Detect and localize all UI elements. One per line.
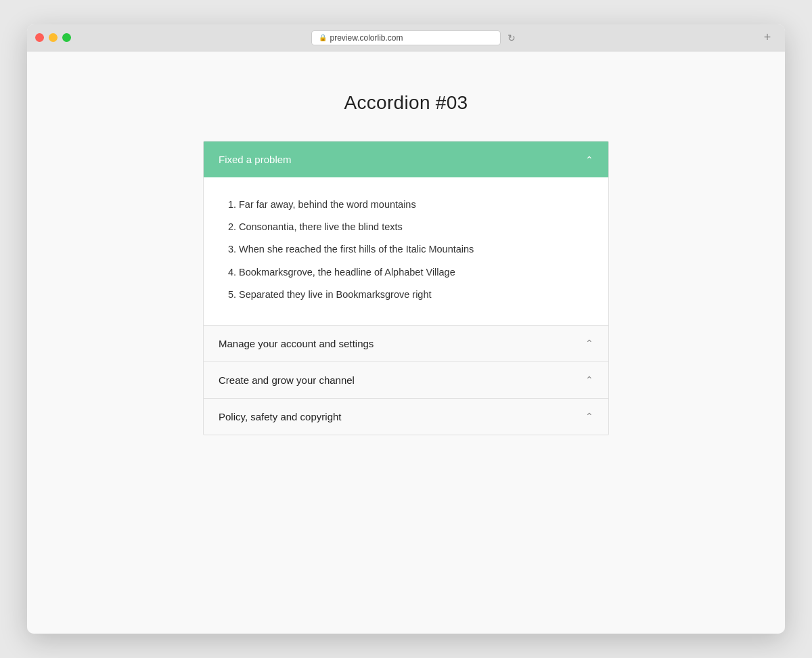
maximize-button[interactable] <box>62 33 71 42</box>
accordion-item-create-channel: Create and grow your channel ⌃ <box>204 362 608 399</box>
lock-icon: 🔒 <box>319 34 327 41</box>
accordion-header-fixed-problem[interactable]: Fixed a problem ⌃ <box>204 141 608 177</box>
page-container: Accordion #03 Fixed a problem ⌃ Far far … <box>203 92 609 593</box>
reload-button[interactable]: ↻ <box>505 31 518 45</box>
chevron-up-icon: ⌃ <box>585 154 593 165</box>
list-item: When she reached the first hills of the … <box>239 238 588 261</box>
chevron-up-icon: ⌃ <box>585 374 593 385</box>
page-title: Accordion #03 <box>203 92 609 114</box>
new-tab-button[interactable]: + <box>758 28 777 47</box>
accordion-label-create-channel: Create and grow your channel <box>219 374 355 386</box>
accordion-header-create-channel[interactable]: Create and grow your channel ⌃ <box>204 362 608 398</box>
accordion-item-policy-safety: Policy, safety and copyright ⌃ <box>204 399 608 435</box>
accordion-header-policy-safety[interactable]: Policy, safety and copyright ⌃ <box>204 399 608 435</box>
address-field[interactable]: 🔒 preview.colorlib.com <box>311 30 501 45</box>
accordion-label-fixed-problem: Fixed a problem <box>219 154 292 165</box>
browser-buttons <box>35 33 71 42</box>
address-text: preview.colorlib.com <box>330 33 403 43</box>
browser-addressbar: 🔒 preview.colorlib.com ↻ <box>71 30 758 45</box>
browser-titlebar: 🔒 preview.colorlib.com ↻ + <box>27 24 785 51</box>
browser-window: 🔒 preview.colorlib.com ↻ + Accordion #03… <box>27 24 785 634</box>
accordion-header-manage-account[interactable]: Manage your account and settings ⌃ <box>204 326 608 361</box>
browser-content: Accordion #03 Fixed a problem ⌃ Far far … <box>27 51 785 634</box>
list-item: Bookmarksgrove, the headline of Alphabet… <box>239 261 588 284</box>
accordion-item-fixed-problem: Fixed a problem ⌃ Far far away, behind t… <box>204 141 608 326</box>
list-item: Separated they live in Bookmarksgrove ri… <box>239 284 588 306</box>
accordion-body-fixed-problem: Far far away, behind the word mountains … <box>204 177 608 325</box>
accordion-item-manage-account: Manage your account and settings ⌃ <box>204 326 608 362</box>
list-item: Consonantia, there live the blind texts <box>239 216 588 238</box>
chevron-up-icon: ⌃ <box>585 411 593 422</box>
list-item: Far far away, behind the word mountains <box>239 194 588 216</box>
close-button[interactable] <box>35 33 44 42</box>
minimize-button[interactable] <box>49 33 58 42</box>
chevron-up-icon: ⌃ <box>585 338 593 349</box>
accordion-list-fixed-problem: Far far away, behind the word mountains … <box>224 194 588 306</box>
accordion: Fixed a problem ⌃ Far far away, behind t… <box>203 141 609 435</box>
accordion-label-policy-safety: Policy, safety and copyright <box>219 411 341 422</box>
accordion-label-manage-account: Manage your account and settings <box>219 338 374 349</box>
